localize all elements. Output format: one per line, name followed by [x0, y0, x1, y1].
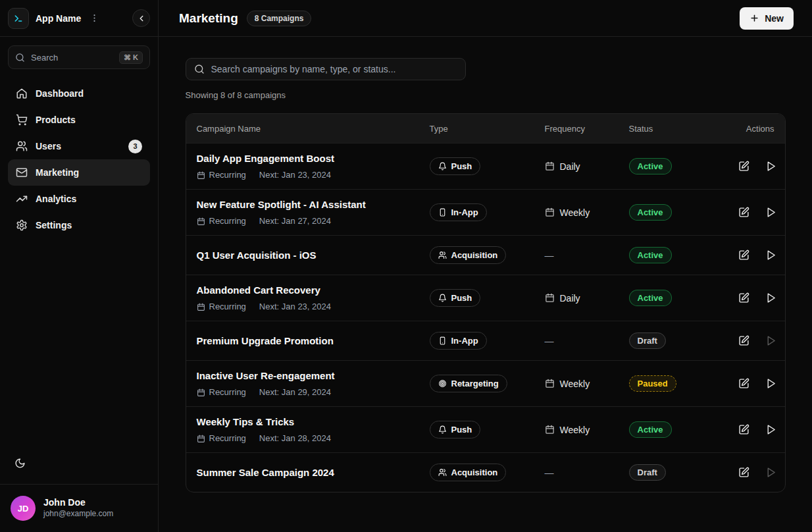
play-icon — [765, 292, 776, 304]
campaign-name-cell: Inactive User Re-engagementRecurringNext… — [197, 369, 430, 398]
campaign-search-input[interactable] — [211, 64, 457, 74]
table-row: Premium Upgrade PromotionIn-App—Draft — [186, 321, 785, 360]
status-badge: Active — [629, 247, 672, 263]
edit-campaign-button[interactable] — [734, 463, 754, 483]
sidebar-item-analytics[interactable]: Analytics — [8, 186, 150, 212]
campaign-name: Summer Sale Campaign 2024 — [197, 466, 430, 480]
edit-campaign-button[interactable] — [734, 203, 754, 223]
sidebar-item-products[interactable]: Products — [8, 107, 150, 133]
type-badge: Push — [430, 421, 481, 439]
type-label: Retargeting — [451, 379, 499, 388]
run-campaign-button[interactable] — [761, 374, 781, 394]
edit-icon — [738, 378, 749, 389]
table-row: Abandoned Cart RecoveryRecurringNext: Ja… — [186, 275, 785, 321]
edit-icon — [738, 207, 749, 218]
next-run-date: Next: Jan 28, 2024 — [259, 433, 331, 444]
frequency-value: Daily — [545, 293, 629, 304]
sidebar-header: App Name — [0, 0, 158, 37]
table-row: Q1 User Acquisition - iOSAcquisition—Act… — [186, 235, 785, 275]
frequency-value: Daily — [545, 161, 629, 172]
edit-campaign-button[interactable] — [734, 331, 754, 351]
calendar-icon — [545, 161, 555, 171]
status-badge: Active — [629, 158, 672, 174]
recurring-label: Recurring — [209, 433, 246, 444]
smartphone-icon — [438, 336, 447, 345]
frequency-empty: — — [545, 336, 629, 346]
edit-campaign-button[interactable] — [734, 288, 754, 308]
calendar-icon — [545, 379, 555, 388]
run-campaign-button[interactable] — [761, 420, 781, 440]
play-icon — [765, 161, 776, 172]
run-campaign-button[interactable] — [761, 288, 781, 308]
edit-campaign-button[interactable] — [734, 246, 754, 265]
table-row: Summer Sale Campaign 2024Acquisition—Dra… — [186, 452, 785, 492]
sidebar-item-users[interactable]: Users3 — [8, 133, 150, 159]
type-badge: In-App — [430, 203, 487, 221]
campaign-search[interactable] — [186, 58, 466, 80]
next-run-date: Next: Jan 23, 2024 — [259, 169, 331, 181]
sidebar-collapse-button[interactable] — [132, 9, 150, 27]
bell-icon — [438, 425, 447, 434]
type-label: Acquisition — [451, 250, 498, 260]
home-icon — [16, 88, 28, 99]
main-area: Marketing 8 Campaigns New Showing 8 of 8… — [159, 0, 812, 532]
app-logo — [8, 8, 29, 29]
user-name: John Doe — [43, 497, 113, 509]
table-row: Weekly Tips & TricksRecurringNext: Jan 2… — [186, 406, 785, 452]
run-campaign-button[interactable] — [761, 246, 781, 265]
user-profile[interactable]: JD John Doe john@example.com — [0, 484, 158, 532]
run-campaign-button[interactable] — [761, 157, 781, 176]
app-menu-button[interactable] — [88, 11, 101, 26]
run-campaign-button[interactable] — [761, 203, 781, 223]
dark-mode-toggle-button[interactable] — [8, 451, 32, 475]
play-icon — [765, 378, 776, 389]
new-campaign-button[interactable]: New — [740, 7, 794, 30]
recurring-label: Recurring — [209, 386, 246, 398]
calendar-icon — [197, 435, 205, 443]
campaign-name: Abandoned Cart Recovery — [197, 283, 430, 298]
edit-icon — [738, 250, 749, 261]
edit-campaign-button[interactable] — [734, 420, 754, 440]
edit-icon — [738, 161, 749, 172]
play-icon — [765, 207, 776, 218]
campaign-meta: RecurringNext: Jan 27, 2024 — [197, 215, 430, 227]
campaign-name-cell: New Feature Spotlight - AI AssistantRecu… — [197, 198, 430, 227]
sidebar-item-settings[interactable]: Settings — [8, 212, 150, 238]
avatar: JD — [11, 496, 36, 521]
run-campaign-button[interactable] — [761, 463, 781, 483]
plus-icon — [749, 13, 759, 23]
campaign-name-cell: Weekly Tips & TricksRecurringNext: Jan 2… — [197, 415, 430, 444]
sidebar-item-label: Settings — [36, 220, 72, 230]
type-label: Push — [451, 425, 472, 435]
campaign-meta: RecurringNext: Jan 28, 2024 — [197, 433, 430, 444]
sidebar-item-label: Analytics — [36, 194, 76, 204]
page-title: Marketing — [179, 11, 238, 26]
campaign-name: Premium Upgrade Promotion — [197, 334, 430, 348]
edit-campaign-button[interactable] — [734, 157, 754, 176]
edit-icon — [738, 424, 749, 435]
type-label: Push — [451, 293, 472, 303]
run-campaign-button[interactable] — [761, 331, 781, 351]
edit-icon — [738, 335, 749, 346]
status-badge: Draft — [629, 464, 666, 481]
edit-campaign-button[interactable] — [734, 374, 754, 394]
sidebar-search-input[interactable] — [31, 53, 113, 63]
calendar-icon — [197, 303, 205, 311]
showing-count-text: Showing 8 of 8 campaigns — [186, 90, 786, 100]
calendar-icon — [545, 425, 555, 435]
app-name: App Name — [36, 13, 81, 24]
type-label: Push — [451, 161, 472, 171]
trending-up-icon — [16, 193, 28, 205]
sidebar-item-marketing[interactable]: Marketing — [8, 159, 150, 186]
type-badge: Acquisition — [430, 464, 507, 481]
target-icon — [438, 379, 447, 388]
sidebar-nav: DashboardProductsUsers3MarketingAnalytic… — [0, 72, 158, 238]
sidebar-search[interactable]: ⌘ K — [8, 45, 150, 69]
play-icon — [765, 467, 776, 478]
theme-toggle-row — [0, 451, 158, 484]
sidebar-spacer — [0, 238, 158, 451]
table-row: New Feature Spotlight - AI AssistantRecu… — [186, 189, 785, 235]
app-root: App Name ⌘ K DashboardProductsUsers3Mark… — [0, 0, 812, 532]
type-badge: Acquisition — [430, 246, 507, 264]
sidebar-item-dashboard[interactable]: Dashboard — [8, 80, 150, 107]
